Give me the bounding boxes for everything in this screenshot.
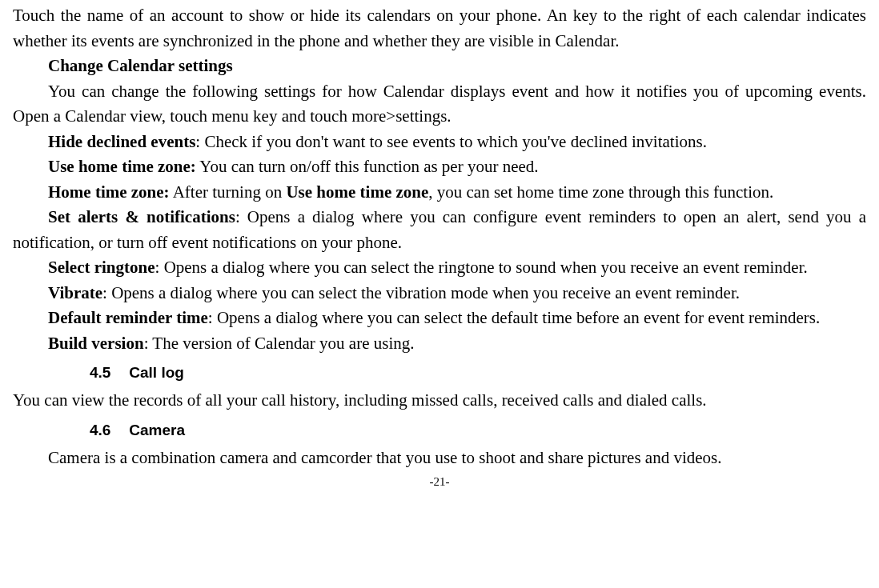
page-number: -21- (13, 475, 866, 489)
use-home-tz-text: You can turn on/off this function as per… (196, 157, 539, 176)
hide-declined-heading: Hide declined events (48, 132, 195, 151)
call-log-paragraph: You can view the records of all your cal… (13, 388, 866, 414)
ringtone-text: : Opens a dialog where you can select th… (155, 258, 808, 277)
ringtone-line: Select ringtone: Opens a dialog where yo… (13, 255, 866, 281)
section-4-5-title: Call log (129, 364, 184, 381)
default-reminder-text: : Opens a dialog where you can select th… (208, 308, 820, 327)
alerts-line: Set alerts & notifications: Opens a dial… (13, 205, 866, 255)
section-4-6-title: Camera (129, 422, 185, 438)
home-tz-line: Home time zone: After turning on Use hom… (13, 180, 866, 206)
default-reminder-line: Default reminder time: Opens a dialog wh… (13, 306, 866, 331)
hide-declined-text: : Check if you don't want to see events … (195, 132, 707, 151)
vibrate-heading: Vibrate (48, 283, 102, 302)
use-home-tz-heading: Use home time zone: (48, 157, 196, 176)
section-4-6-heading: 4.6 Camera (90, 422, 866, 439)
default-reminder-heading: Default reminder time (48, 308, 208, 327)
build-version-heading: Build version (48, 334, 144, 353)
home-tz-inline-bold: Use home time zone (286, 182, 428, 202)
build-version-text: : The version of Calendar you are using. (144, 334, 415, 353)
intro-paragraph: Touch the name of an account to show or … (13, 3, 866, 54)
camera-paragraph: Camera is a combination camera and camco… (13, 446, 866, 471)
change-settings-paragraph: Change Calendar settings (13, 54, 866, 79)
section-4-5-heading: 4.5 Call log (90, 364, 866, 382)
hide-declined-line: Hide declined events: Check if you don't… (13, 130, 866, 155)
change-settings-body: You can change the following settings fo… (13, 79, 866, 130)
build-version-line: Build version: The version of Calendar y… (13, 331, 866, 357)
use-home-tz-line: Use home time zone: You can turn on/off … (13, 154, 866, 180)
home-tz-text-b: , you can set home time zone through thi… (428, 182, 773, 202)
ringtone-heading: Select ringtone (48, 258, 155, 277)
vibrate-text: : Opens a dialog where you can select th… (102, 283, 740, 302)
home-tz-text-a: After turning on (170, 182, 287, 202)
section-4-6-number: 4.6 (90, 422, 125, 439)
vibrate-line: Vibrate: Opens a dialog where you can se… (13, 281, 866, 306)
change-settings-heading: Change Calendar settings (48, 56, 233, 75)
document-page: Touch the name of an account to show or … (0, 0, 879, 489)
section-4-5-number: 4.5 (90, 364, 125, 382)
alerts-heading: Set alerts & notifications (48, 207, 235, 226)
home-tz-heading: Home time zone: (48, 182, 170, 202)
